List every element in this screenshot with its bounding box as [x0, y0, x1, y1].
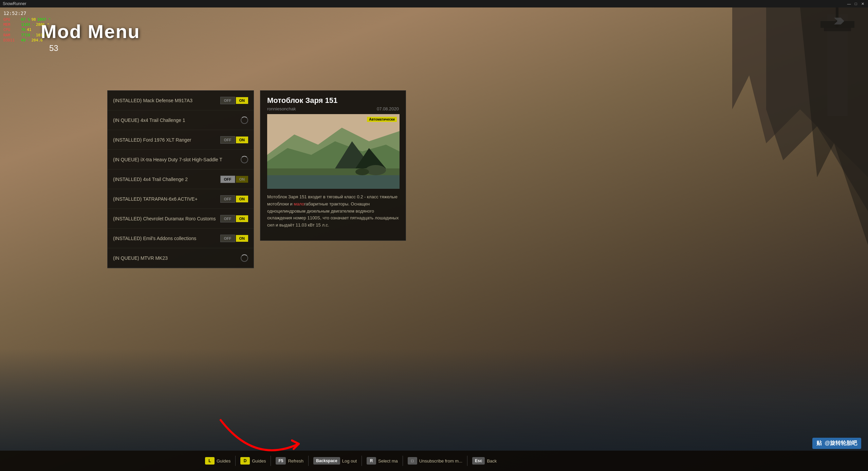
hud-cpu-label: CPU — [3, 27, 20, 32]
toolbar-btn-guides-d[interactable]: D Guides — [239, 457, 267, 465]
hud-ram-val1: 7719 · — [21, 33, 35, 38]
toggle-on-8[interactable]: ON — [236, 235, 248, 242]
toolbar: L Guides D Guides F5 Refresh Backspace L… — [0, 451, 868, 471]
detail-meta: ronniesonchak 07.08.2020 — [267, 106, 399, 111]
toolbar-btn-back[interactable]: Esc Back — [471, 457, 498, 465]
toolbar-btn-unsubscribe[interactable]: □ Unsubscribe from m... — [406, 457, 464, 465]
thumbnail-svg — [267, 114, 400, 189]
toggle-group-1: OFF ON — [220, 97, 248, 104]
toggle-off-3[interactable]: OFF — [220, 136, 235, 144]
mod-item-name-2: (IN QUEUE) 4x4 Trail Challenge 1 — [113, 117, 241, 123]
toggle-on-5[interactable]: ON — [236, 176, 248, 183]
mod-list-item-9[interactable]: (IN QUEUE) MTVR MK23 — [108, 248, 254, 268]
toggle-on-7[interactable]: ON — [236, 215, 248, 222]
mod-item-name-4: (IN QUEUE) iX-tra Heavy Duty 7-slot High… — [113, 157, 241, 162]
toggle-group-6: OFF ON — [220, 195, 248, 203]
toolbar-label-guides-l: Guides — [217, 458, 230, 464]
toolbar-sep-3 — [308, 456, 309, 466]
detail-author: ronniesonchak — [267, 106, 296, 111]
svg-point-17 — [355, 168, 369, 175]
hud-mem-val1: 1103 · — [21, 22, 35, 27]
toolbar-btn-logout[interactable]: Backspace Log out — [312, 457, 358, 465]
toolbar-sep-4 — [362, 456, 362, 466]
detail-title: Мотоблок Заря 151 — [267, 96, 399, 105]
detail-header: Мотоблок Заря 151 ronniesonchak 07.08.20… — [260, 91, 406, 114]
mod-item-name-8: (INSTALLED) Emil's Addons collections — [113, 236, 220, 241]
toggle-group-3: OFF ON — [220, 136, 248, 144]
hud-ram-label: RAM — [3, 33, 20, 38]
detail-description: Мотоблок Заря 151 входит в тяговый класс… — [260, 189, 406, 234]
loading-spinner-4 — [241, 156, 248, 163]
hud-mem-label: MEM — [3, 22, 20, 27]
detail-thumbnail: Автоматически — [267, 114, 400, 189]
watermark: 贴 @旋转轮胎吧 — [812, 438, 861, 449]
detail-description-highlight: мало — [294, 201, 304, 206]
toolbar-key-d: D — [240, 457, 250, 465]
toggle-off-1[interactable]: OFF — [220, 97, 235, 104]
page-title: Mod Menu — [41, 20, 140, 42]
loading-spinner-9 — [241, 254, 248, 262]
hud-d3d-val1: 49 · — [21, 38, 30, 43]
mod-item-name-1: (INSTALLED) Mack Defense M917A3 — [113, 98, 220, 103]
watermark-text: @旋转轮胎吧 — [825, 440, 857, 447]
titlebar-title: SnowRunner — [3, 1, 846, 6]
close-button[interactable]: ✕ — [860, 1, 865, 6]
toolbar-btn-guides-l[interactable]: L Guides — [204, 457, 232, 465]
maximize-button[interactable]: □ — [853, 1, 858, 6]
svg-rect-13 — [267, 175, 400, 189]
titlebar: SnowRunner — □ ✕ — [0, 0, 868, 7]
toolbar-label-back: Back — [487, 458, 497, 464]
toggle-group-8: OFF ON — [220, 235, 248, 242]
toggle-on-6[interactable]: ON — [236, 196, 248, 202]
toolbar-label-select: Select ma — [378, 458, 398, 464]
toolbar-label-refresh: Refresh — [288, 458, 303, 464]
mod-item-name-9: (IN QUEUE) MTVR MK23 — [113, 255, 241, 261]
watermark-icon: 贴 — [816, 440, 822, 447]
hud-time: 12:52:27 — [3, 10, 52, 17]
toggle-off-5[interactable]: OFF — [220, 176, 235, 183]
svg-point-16 — [366, 165, 386, 175]
mod-list-item-7[interactable]: (INSTALLED) Chevrolet Duramax Roro Custo… — [108, 209, 254, 229]
toolbar-btn-select[interactable]: R Select ma — [365, 457, 399, 465]
minimize-button[interactable]: — — [846, 1, 852, 6]
hud-gpu-val: 67 % — [21, 17, 30, 22]
toolbar-label-logout: Log out — [342, 458, 357, 464]
toolbar-key-square: □ — [408, 457, 417, 465]
mod-list-item-4[interactable]: (IN QUEUE) iX-tra Heavy Duty 7-slot High… — [108, 150, 254, 169]
toggle-group-7: OFF ON — [220, 215, 248, 222]
toolbar-sep-6 — [467, 456, 467, 466]
toolbar-key-esc: Esc — [472, 457, 485, 465]
toolbar-key-f5: F5 — [276, 457, 286, 465]
toolbar-sep-2 — [271, 456, 271, 466]
toggle-off-6[interactable]: OFF — [220, 195, 235, 203]
toolbar-btn-refresh[interactable]: F5 Refresh — [274, 457, 305, 465]
loading-spinner-2 — [241, 116, 248, 124]
mod-list-item-2[interactable]: (IN QUEUE) 4x4 Trail Challenge 1 — [108, 110, 254, 130]
detail-date: 07.08.2020 — [377, 106, 399, 111]
toolbar-key-l: L — [205, 457, 215, 465]
mod-list-item-6[interactable]: (INSTALLED) TATRAPAN-6x6 ACTIVE+ OFF ON — [108, 189, 254, 209]
dock-background — [0, 349, 868, 451]
hud-d3d-label: D3D11 — [3, 38, 20, 43]
mod-item-name-7: (INSTALLED) Chevrolet Duramax Roro Custo… — [113, 216, 220, 221]
toggle-off-7[interactable]: OFF — [220, 215, 235, 222]
toolbar-sep-5 — [403, 456, 403, 466]
toggle-on-1[interactable]: ON — [236, 97, 248, 104]
toggle-off-8[interactable]: OFF — [220, 235, 235, 242]
titlebar-controls: — □ ✕ — [846, 1, 865, 6]
toolbar-key-backspace: Backspace — [313, 457, 340, 465]
hud-cpu-temp: 41 — [27, 27, 31, 32]
mod-item-name-5: (INSTALLED) 4x4 Trail Challenge 2 — [113, 177, 220, 182]
hud-gpu-temp: 98 — [32, 17, 36, 22]
mod-list-item-3[interactable]: (INSTALLED) Ford 1976 XLT Ranger OFF ON — [108, 130, 254, 150]
toggle-on-3[interactable]: ON — [236, 137, 248, 143]
toolbar-label-unsubscribe: Unsubscribe from m... — [419, 458, 462, 464]
mod-item-name-3: (INSTALLED) Ford 1976 XLT Ranger — [113, 137, 220, 143]
mod-item-name-6: (INSTALLED) TATRAPAN-6x6 ACTIVE+ — [113, 196, 220, 202]
hud-cpu-val: 76 — [21, 27, 25, 32]
mod-list-item-1[interactable]: (INSTALLED) Mack Defense M917A3 OFF ON — [108, 91, 254, 110]
mod-list-item-8[interactable]: (INSTALLED) Emil's Addons collections OF… — [108, 229, 254, 248]
detail-image-badge: Автоматически — [367, 117, 397, 122]
toolbar-key-r: R — [367, 457, 376, 465]
mod-list-item-5[interactable]: (INSTALLED) 4x4 Trail Challenge 2 OFF ON — [108, 169, 254, 189]
